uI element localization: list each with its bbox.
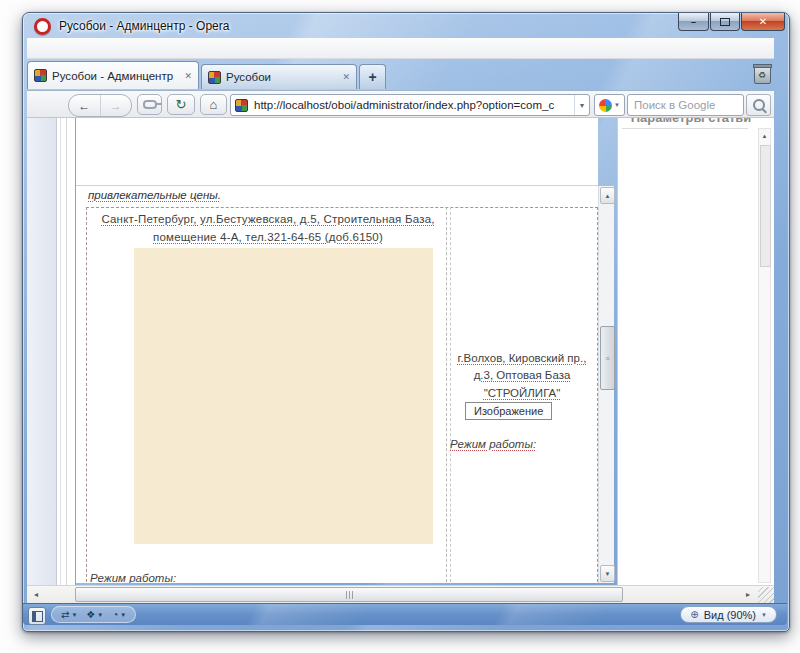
opera-logo-icon — [34, 18, 51, 35]
search-input[interactable] — [632, 98, 739, 112]
menu-bar — [27, 38, 774, 59]
horizontal-scrollbar-thumb[interactable] — [75, 587, 623, 602]
favicon-joomla-icon — [34, 69, 47, 82]
window-title: Русобои - Админцентр - Opera — [59, 19, 229, 33]
unite-icon: ❖ — [86, 609, 95, 620]
chevron-down-icon: ▼ — [97, 612, 103, 618]
history-nav-group: ← → — [68, 94, 132, 117]
scroll-down-icon[interactable]: ▼ — [600, 565, 615, 582]
chevron-down-icon: ▼ — [71, 612, 77, 618]
panel-heading-clipped: Параметры статьи — [630, 118, 752, 127]
trash-icon: ♻ — [754, 66, 771, 84]
tab-label: Русобои — [226, 71, 337, 83]
desktop-background: Русобои - Админцентр - Opera – ✕ Русобои… — [0, 0, 800, 653]
editor-content-area[interactable]: привлекательные цены. Санкт-Петербург, у… — [76, 186, 598, 583]
horizontal-scrollbar[interactable]: ◂ ▸ — [27, 585, 774, 603]
scroll-up-icon[interactable]: ▲ — [600, 187, 615, 204]
search-box[interactable] — [627, 94, 744, 116]
minimize-button[interactable]: – — [678, 13, 709, 31]
image-placeholder[interactable]: Изображение — [465, 402, 552, 420]
thumb-grip — [352, 591, 353, 599]
zoom-label: Вид (90%) — [704, 609, 756, 621]
search-engine-button[interactable]: ▼ — [594, 94, 625, 116]
wand-password-button[interactable] — [137, 94, 162, 115]
status-bar: ⇄▼ ❖▼ ◔▼ ⊕ Вид (90%) ▼ — [23, 603, 787, 625]
bottom-hours-title: Режим работы: — [90, 572, 176, 583]
zoom-button[interactable]: ⊕ Вид (90%) ▼ — [680, 606, 777, 623]
tab-label: Русобои - Админцентр — [52, 70, 179, 82]
new-tab-button[interactable]: + — [359, 64, 386, 89]
turbo-menu-button[interactable]: ◔▼ — [112, 609, 126, 620]
tab-close-icon[interactable]: ✕ — [342, 72, 350, 82]
spb-address-text: Санкт-Петербург, ул.Бестужевская, д.5, С… — [92, 211, 444, 247]
page-border — [60, 118, 61, 585]
scroll-up-icon[interactable]: ▲ — [759, 130, 770, 142]
unite-menu-button[interactable]: ❖▼ — [86, 609, 103, 620]
scroll-left-icon[interactable]: ◂ — [28, 587, 44, 602]
article-parameters-panel — [617, 118, 774, 585]
chevron-down-icon: ▼ — [761, 612, 767, 618]
thumb-grip — [349, 591, 350, 599]
panel-bar — [27, 118, 57, 585]
zoom-icon: ⊕ — [690, 609, 698, 620]
status-menu-group: ⇄▼ ❖▼ ◔▼ — [51, 606, 136, 623]
tab-site[interactable]: Русобои ✕ — [201, 64, 357, 89]
forward-button[interactable]: → — [101, 95, 132, 116]
back-button[interactable]: ← — [69, 95, 101, 116]
key-icon — [143, 100, 157, 109]
panel-scrollbar-thumb[interactable] — [760, 145, 771, 267]
panel-scrollbar[interactable]: ▲ — [758, 128, 771, 583]
reload-button[interactable]: ↻ — [167, 94, 195, 115]
panel-heading-text: Параметры статьи — [630, 118, 752, 125]
panel-toggle-button[interactable] — [28, 607, 46, 625]
search-icon — [753, 99, 765, 111]
page-border — [66, 118, 67, 585]
tab-close-icon[interactable]: ✕ — [184, 71, 192, 81]
chevron-down-icon: ▼ — [614, 102, 620, 108]
resize-grip[interactable] — [758, 587, 774, 603]
table-column-divider — [446, 207, 447, 583]
navigation-bar: ← → ↻ ⌂ ▼ ▼ — [27, 90, 774, 118]
sync-menu-button[interactable]: ⇄▼ — [61, 609, 77, 620]
url-input[interactable] — [252, 98, 570, 112]
maximize-icon — [720, 18, 730, 26]
tab-admin-active[interactable]: Русобои - Админцентр ✕ — [27, 61, 199, 89]
home-button[interactable]: ⌂ — [200, 94, 227, 115]
turbo-icon: ◔ — [112, 609, 118, 620]
address-dropdown-icon[interactable]: ▼ — [574, 95, 589, 115]
google-icon — [599, 99, 612, 112]
editor-scrollbar[interactable]: ▲ ≡ ▼ — [598, 186, 614, 583]
chevron-down-icon: ▼ — [120, 612, 126, 618]
panel-toggle-icon — [32, 611, 43, 622]
favicon-joomla-icon — [208, 71, 221, 84]
title-bar[interactable]: Русобои - Админцентр - Opera – ✕ — [22, 12, 788, 40]
search-go-button[interactable] — [746, 94, 771, 116]
closed-tabs-trash-button[interactable]: ♻ — [750, 61, 774, 89]
intro-paragraph: привлекательные цены. — [88, 189, 221, 201]
map-image[interactable] — [134, 248, 433, 544]
close-button[interactable]: ✕ — [741, 13, 785, 31]
hours-title: Режим работы: — [450, 438, 536, 450]
editor-toolbar — [76, 118, 598, 186]
volkhov-address-text: г.Волхов, Кировский пр., д.3, Оптовая Ба… — [449, 350, 595, 402]
scroll-right-icon[interactable]: ▸ — [740, 587, 756, 602]
maximize-button[interactable] — [710, 13, 740, 31]
favicon-joomla-icon — [235, 99, 248, 112]
parameter-rows — [622, 128, 748, 129]
window-controls: – ✕ — [678, 13, 786, 31]
address-bar[interactable]: ▼ — [230, 94, 590, 116]
thumb-grip — [346, 591, 347, 599]
editor-scrollbar-thumb[interactable]: ≡ — [600, 326, 615, 390]
sync-icon: ⇄ — [61, 609, 69, 620]
